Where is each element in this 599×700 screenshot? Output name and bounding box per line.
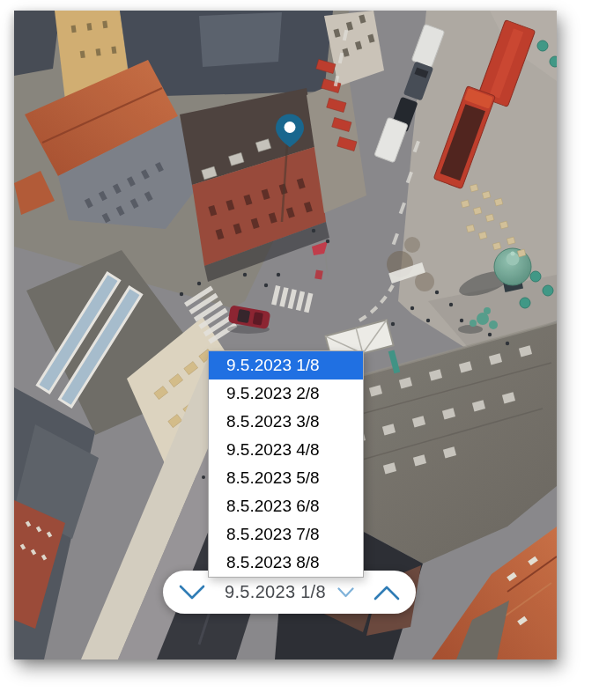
date-select[interactable]: 9.5.2023 1/8 bbox=[225, 582, 354, 602]
next-image-button[interactable] bbox=[366, 572, 407, 613]
date-option[interactable]: 8.5.2023 8/8 bbox=[209, 549, 363, 577]
previous-image-button[interactable] bbox=[172, 572, 212, 613]
date-option[interactable]: 8.5.2023 6/8 bbox=[209, 492, 363, 520]
chevron-down-icon bbox=[337, 587, 354, 598]
aerial-photo[interactable]: 9.5.2023 1/8 9.5.2023 2/8 8.5.2023 3/8 9… bbox=[14, 11, 557, 659]
map-pin-icon bbox=[275, 113, 305, 149]
date-option[interactable]: 9.5.2023 2/8 bbox=[209, 379, 363, 408]
chevron-down-icon bbox=[179, 585, 205, 601]
date-option[interactable]: 9.5.2023 4/8 bbox=[209, 436, 363, 464]
date-option[interactable]: 8.5.2023 5/8 bbox=[209, 464, 363, 492]
date-option[interactable]: 8.5.2023 3/8 bbox=[209, 408, 363, 436]
date-select-value: 9.5.2023 1/8 bbox=[225, 582, 326, 602]
date-dropdown-list: 9.5.2023 1/8 9.5.2023 2/8 8.5.2023 3/8 9… bbox=[208, 350, 364, 578]
date-option[interactable]: 9.5.2023 1/8 bbox=[209, 351, 363, 379]
date-option[interactable]: 8.5.2023 7/8 bbox=[209, 520, 363, 549]
chevron-up-icon bbox=[373, 585, 400, 601]
